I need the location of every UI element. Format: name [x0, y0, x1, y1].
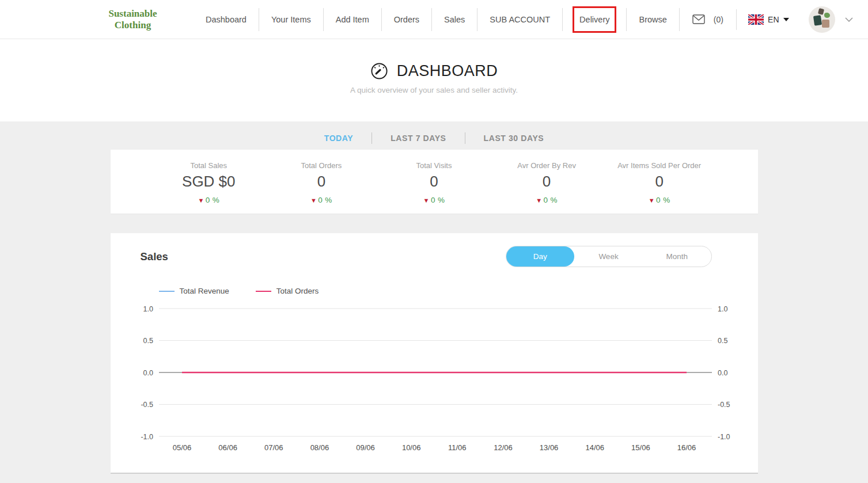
main-nav: DashboardYour ItemsAdd ItemOrdersSalesSU…: [194, 8, 680, 31]
nav-item-label: Orders: [394, 15, 419, 24]
stat-label: Total Visits: [378, 161, 491, 170]
nav-item-sales[interactable]: Sales: [432, 8, 477, 31]
svg-text:05/06: 05/06: [172, 443, 191, 452]
messages-button[interactable]: (0): [680, 14, 736, 24]
stat-label: Total Sales: [153, 161, 266, 170]
nav-item-label: Add Item: [336, 15, 369, 24]
chevron-down-icon: [845, 17, 853, 22]
top-navigation-bar: Sustainable Clothing DashboardYour Items…: [0, 0, 868, 39]
sales-chart-card: Sales DayWeekMonth Total Revenue Total O…: [111, 233, 758, 474]
chart-legend: Total Revenue Total Orders: [159, 287, 758, 295]
brand-name-line1: Sustainable: [105, 8, 160, 20]
svg-text:1.0: 1.0: [143, 305, 153, 313]
stat-label: Avr Order By Rev: [490, 161, 603, 170]
svg-text:0.0: 0.0: [143, 369, 153, 377]
granularity-tab-week[interactable]: Week: [574, 246, 643, 267]
stat-delta: ▼0 %: [153, 196, 266, 204]
triangle-down-icon: ▼: [310, 197, 317, 204]
nav-item-label: Dashboard: [206, 15, 247, 24]
stat-value: SGD $0: [153, 173, 266, 191]
nav-item-add-item[interactable]: Add Item: [324, 8, 382, 31]
svg-text:-0.5: -0.5: [718, 401, 730, 409]
range-tab-today[interactable]: TODAY: [306, 134, 372, 143]
messages-count: (0): [714, 15, 723, 24]
brand-logo[interactable]: Sustainable Clothing: [105, 8, 160, 31]
nav-item-label: Browse: [639, 15, 666, 24]
stat-avr-order-by-rev: Avr Order By Rev 0 ▼0 %: [490, 161, 603, 204]
svg-text:07/06: 07/06: [264, 443, 283, 452]
caret-down-icon: [783, 18, 789, 21]
nav-right-section: (0) EN: [680, 6, 853, 33]
svg-text:06/06: 06/06: [218, 443, 237, 452]
stat-value: 0: [490, 173, 603, 191]
granularity-toggle: DayWeekMonth: [506, 246, 712, 267]
nav-item-label: Sales: [444, 15, 465, 24]
nav-item-your-items[interactable]: Your Items: [259, 8, 324, 31]
stat-total-sales: Total Sales SGD $0 ▼0 %: [153, 161, 266, 204]
stat-delta-value: 0 %: [206, 196, 219, 204]
legend-label: Total Orders: [276, 287, 319, 295]
gauge-icon: [370, 62, 388, 80]
nav-item-browse[interactable]: Browse: [627, 8, 679, 31]
stat-label: Avr Items Sold Per Order: [603, 161, 716, 170]
svg-text:14/06: 14/06: [585, 443, 604, 452]
stat-delta-value: 0 %: [543, 196, 557, 204]
legend-item: Total Revenue: [159, 287, 229, 295]
stat-total-orders: Total Orders 0 ▼0 %: [265, 161, 378, 204]
svg-text:12/06: 12/06: [494, 443, 513, 452]
page-subtitle: A quick overview of your sales and selle…: [0, 86, 868, 94]
stat-delta-value: 0 %: [656, 196, 670, 204]
nav-item-orders[interactable]: Orders: [382, 8, 432, 31]
language-selector[interactable]: EN: [737, 14, 801, 25]
legend-line-swatch: [256, 291, 271, 292]
range-tab-last-30-days[interactable]: LAST 30 DAYS: [465, 134, 563, 143]
svg-text:1.0: 1.0: [718, 305, 727, 313]
svg-text:0.5: 0.5: [718, 337, 727, 345]
sales-chart: 1.01.00.50.50.00.0-0.5-0.5-1.0-1.005/060…: [111, 301, 758, 466]
svg-text:-0.5: -0.5: [141, 401, 153, 409]
account-menu[interactable]: [809, 6, 853, 33]
stat-avr-items-sold-per-order: Avr Items Sold Per Order 0 ▼0 %: [603, 161, 716, 204]
stats-summary-card: Total Sales SGD $0 ▼0 % Total Orders 0 ▼…: [111, 150, 758, 214]
svg-text:10/06: 10/06: [401, 443, 420, 452]
svg-text:09/06: 09/06: [356, 443, 375, 452]
svg-text:-1.0: -1.0: [718, 433, 730, 441]
range-tab-last-7-days[interactable]: LAST 7 DAYS: [372, 134, 464, 143]
svg-text:15/06: 15/06: [631, 443, 650, 452]
brand-name-line2: Clothing: [105, 20, 160, 31]
stat-value: 0: [378, 173, 491, 191]
granularity-tab-month[interactable]: Month: [643, 246, 711, 267]
dashboard-main: TODAYLAST 7 DAYSLAST 30 DAYS Total Sales…: [0, 121, 868, 474]
nav-item-delivery-highlighted[interactable]: Delivery: [563, 8, 627, 31]
triangle-down-icon: ▼: [198, 197, 204, 204]
legend-line-swatch: [159, 291, 175, 292]
granularity-tab-day[interactable]: Day: [506, 246, 575, 267]
nav-item-sub-account[interactable]: SUB ACCOUNT: [477, 8, 563, 31]
stat-delta-value: 0 %: [318, 196, 332, 204]
stat-label: Total Orders: [265, 161, 378, 170]
svg-text:08/06: 08/06: [310, 443, 329, 452]
svg-text:11/06: 11/06: [448, 443, 467, 452]
stat-value: 0: [603, 173, 716, 191]
nav-item-label: Your Items: [271, 15, 311, 24]
stat-delta: ▼0 %: [265, 196, 378, 204]
stat-delta: ▼0 %: [378, 196, 491, 204]
stat-total-visits: Total Visits 0 ▼0 %: [378, 161, 491, 204]
svg-text:-1.0: -1.0: [141, 433, 153, 441]
legend-label: Total Revenue: [180, 287, 229, 295]
triangle-down-icon: ▼: [536, 197, 542, 204]
triangle-down-icon: ▼: [649, 197, 655, 204]
stat-value: 0: [265, 173, 378, 191]
svg-text:16/06: 16/06: [677, 443, 696, 452]
svg-text:13/06: 13/06: [539, 443, 558, 452]
triangle-down-icon: ▼: [423, 197, 430, 204]
page-title: DASHBOARD: [397, 62, 498, 80]
nav-item-label: SUB ACCOUNT: [490, 15, 550, 24]
language-code: EN: [768, 15, 779, 24]
nav-item-label: Delivery: [573, 6, 616, 33]
page-header: DASHBOARD A quick overview of your sales…: [0, 39, 868, 121]
stat-delta: ▼0 %: [490, 196, 603, 204]
sales-panel-title: Sales: [141, 250, 168, 263]
nav-item-dashboard[interactable]: Dashboard: [194, 8, 259, 31]
date-range-tabs: TODAYLAST 7 DAYSLAST 30 DAYS: [0, 132, 868, 144]
